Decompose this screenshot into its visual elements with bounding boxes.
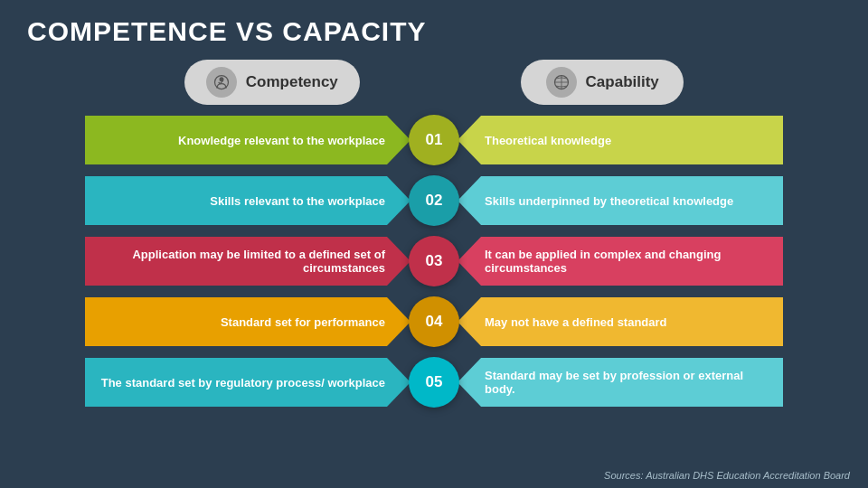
main-title: COMPETENCE VS CAPACITY <box>0 0 868 54</box>
comparison-rows: Knowledge relevant to the workplace 01 T… <box>0 112 868 410</box>
row-1-right: Theoretical knowledge <box>458 116 783 164</box>
header-row: Competency Capability <box>0 54 868 110</box>
row-1-badge: 01 <box>409 115 459 165</box>
svg-point-0 <box>219 77 223 81</box>
row-3-right: It can be applied in complex and changin… <box>458 237 783 286</box>
row-2: Skills relevant to the workplace 02 Skil… <box>18 173 850 229</box>
row-1: Knowledge relevant to the workplace 01 T… <box>18 112 850 168</box>
source-citation: Sources: Australian DHS Education Accred… <box>604 470 850 481</box>
row-2-right: Skills underpinned by theoretical knowle… <box>458 176 783 225</box>
row-1-left: Knowledge relevant to the workplace <box>85 116 410 164</box>
competency-header: Competency <box>184 60 360 105</box>
row-3: Application may be limited to a defined … <box>18 233 850 289</box>
row-3-badge: 03 <box>409 236 459 286</box>
row-2-left: Skills relevant to the workplace <box>85 176 410 225</box>
capability-icon <box>546 67 577 98</box>
row-5-badge: 05 <box>409 357 459 408</box>
row-4-left: Standard set for performance <box>85 297 410 346</box>
row-5-left: The standard set by regulatory process/ … <box>85 358 410 407</box>
row-4: Standard set for performance 04 May not … <box>18 294 850 350</box>
row-4-badge: 04 <box>409 296 459 347</box>
row-3-left: Application may be limited to a defined … <box>85 237 410 286</box>
capability-label: Capability <box>586 73 659 91</box>
competency-icon <box>206 67 237 98</box>
row-2-badge: 02 <box>409 175 459 226</box>
row-5-right: Standard may be set by profession or ext… <box>458 358 783 407</box>
row-5: The standard set by regulatory process/ … <box>18 354 850 410</box>
row-4-right: May not have a defined standard <box>458 297 783 346</box>
competency-label: Competency <box>246 73 338 91</box>
capability-header: Capability <box>521 60 684 105</box>
